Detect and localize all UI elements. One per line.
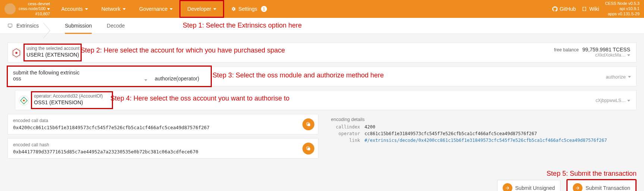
ver-apps: apps v0.131.5-29: [605, 12, 640, 17]
submit-transaction-button[interactable]: Submit Transaction: [566, 179, 637, 191]
nav-developer-label: Developer: [187, 6, 211, 12]
encoded-call-hash: encoded call hash 0xb4417789d33771615d85…: [7, 138, 318, 159]
nav-governance-label: Governance: [139, 6, 167, 12]
svg-rect-8: [307, 147, 310, 150]
free-balance-label: free balance: [554, 47, 579, 52]
extrinsics-icon: [7, 23, 13, 28]
svg-rect-6: [307, 123, 310, 126]
method-name-right: authorize: [606, 74, 631, 80]
ver-api: api v10.9.1: [605, 6, 640, 12]
encoded-call-data: encoded call data 0x4200cc861c15b6f1e318…: [7, 114, 318, 134]
free-balance-value: 99,759.9981 TCESS: [582, 47, 630, 52]
enc-key-link: link: [331, 138, 365, 143]
submit-transaction-label: Submit Transaction: [585, 185, 630, 191]
encoding-details: encoding details callindex 4200 operator…: [326, 114, 637, 147]
extrinsic-label: submit the following extrinsic: [13, 70, 155, 76]
enc-val-callindex: 4200: [365, 124, 632, 130]
tab-decode-label: Decode: [107, 23, 125, 29]
copy-call-hash-button[interactable]: [302, 143, 314, 155]
section-title: Extrinsics: [0, 23, 46, 29]
operator-address-short: cXjbppwwLS…: [596, 98, 626, 103]
step4-annotation: Step 4: Here select the oss account you …: [110, 95, 289, 102]
nav-accounts-label: Accounts: [61, 6, 83, 12]
step5-annotation: Step 5: Submit the transaction: [0, 170, 644, 178]
node-selector[interactable]: cess-devnet cess-node/100 #10,807: [0, 1, 54, 16]
enc-val-operator: cc861c15b6f1e31849573cfc545f7e526cfb5ca1…: [365, 131, 632, 136]
tab-submission-label: Submission: [65, 23, 92, 29]
wiki-label: Wiki: [589, 6, 599, 12]
github-label: GitHub: [560, 6, 576, 12]
github-icon: [552, 6, 557, 12]
submit-unsigned-label: Submit Unsigned: [515, 185, 555, 191]
enc-key-callindex: callindex: [331, 124, 365, 130]
call-data-value: 0x4200cc861c15b6f1e31849573cfc545f7e526c…: [13, 125, 313, 130]
operator-selector[interactable]: operator: AccountId32 (AccountOf) OSS1 (…: [15, 90, 637, 110]
footer-actions: Submit Unsigned Submit Transaction: [0, 178, 644, 191]
encoding-columns: encoded call data 0x4200cc861c15b6f1e318…: [7, 114, 637, 162]
nav-network-label: Network: [101, 6, 120, 12]
copy-call-data-button[interactable]: [302, 118, 314, 130]
caret-down-icon: [213, 8, 216, 10]
node-name: cess-devnet: [19, 1, 50, 6]
method-selector[interactable]: authorize(operator): [155, 70, 214, 82]
node-info: cess-devnet cess-node/100 #10,807: [19, 1, 50, 16]
method-name-label: authorize: [606, 74, 626, 80]
enc-key-operator: operator: [331, 131, 365, 136]
call-data-label: encoded call data: [13, 118, 313, 123]
step1-annotation: Step 1: Select the Extrinsics option her…: [183, 22, 302, 29]
free-balance: free balance 99,759.9981 TCESS cXkdXokcM…: [554, 47, 630, 58]
caret-down-icon: [47, 8, 50, 10]
arrow-icon: [503, 183, 512, 191]
call-hash-label: encoded call hash: [13, 142, 313, 147]
caret-down-icon: [144, 79, 147, 81]
nav-accounts[interactable]: Accounts: [54, 0, 95, 18]
caret-down-icon: [628, 76, 631, 78]
copy-icon: [306, 122, 311, 127]
node-version: cess-node/100: [19, 6, 45, 11]
github-link[interactable]: GitHub: [552, 6, 576, 12]
main-content: using the selected account USER1 (EXTENS…: [0, 34, 644, 167]
ver-node: CESS Node v0.5.3: [605, 1, 640, 6]
module-selector[interactable]: submit the following extrinsic oss: [13, 70, 155, 82]
nav-governance[interactable]: Governance: [132, 0, 179, 18]
identicon-icon: [11, 47, 22, 58]
step3-annotation: Step 3: Select the oss module and author…: [213, 71, 384, 79]
tab-decode[interactable]: Decode: [99, 18, 132, 34]
svg-rect-0: [8, 24, 12, 27]
nav-developer[interactable]: Developer: [179, 0, 224, 18]
book-icon: [582, 6, 587, 12]
svg-point-2: [15, 52, 18, 54]
settings-badge: 1: [261, 6, 267, 12]
section-label: Extrinsics: [16, 23, 39, 29]
enc-val-link[interactable]: #/extrinsics/decode/0x4200cc861c15b6f1e3…: [365, 138, 632, 143]
arrow-icon: [573, 183, 582, 191]
caret-down-icon: [627, 100, 630, 102]
account-address-short: cXkdXokcMa…: [595, 52, 626, 58]
copy-icon: [306, 146, 311, 151]
step2-annotation: Step 2: Here select the account for whic…: [81, 47, 285, 54]
gear-icon: [231, 6, 236, 12]
node-block: #10,807: [19, 12, 50, 16]
nav-network[interactable]: Network: [95, 0, 132, 18]
identicon-icon: [18, 95, 29, 106]
chain-logo-icon: [4, 3, 16, 15]
version-info: CESS Node v0.5.3 api v10.9.1 apps v0.131…: [605, 1, 640, 16]
top-navbar: cess-devnet cess-node/100 #10,807 Accoun…: [0, 0, 644, 18]
caret-down-icon: [85, 8, 88, 10]
caret-down-icon: [123, 8, 126, 10]
encoding-details-label: encoding details: [331, 117, 632, 122]
section-subnav: Extrinsics Submission Decode Step 1: Sel…: [0, 18, 644, 34]
wiki-link[interactable]: Wiki: [582, 6, 599, 12]
caret-down-icon: [627, 54, 630, 56]
method-value: authorize(operator): [155, 76, 214, 82]
svg-point-5: [23, 100, 25, 102]
nav-settings-label: Settings: [238, 6, 257, 12]
call-hash-value: 0xb4417789d33771615d85c7ae44952a7a232305…: [13, 149, 313, 155]
nav-settings[interactable]: Settings 1: [224, 0, 274, 18]
caret-down-icon: [170, 8, 173, 10]
module-value: oss: [13, 76, 155, 82]
tab-submission[interactable]: Submission: [57, 18, 99, 34]
submit-unsigned-button[interactable]: Submit Unsigned: [497, 180, 561, 191]
